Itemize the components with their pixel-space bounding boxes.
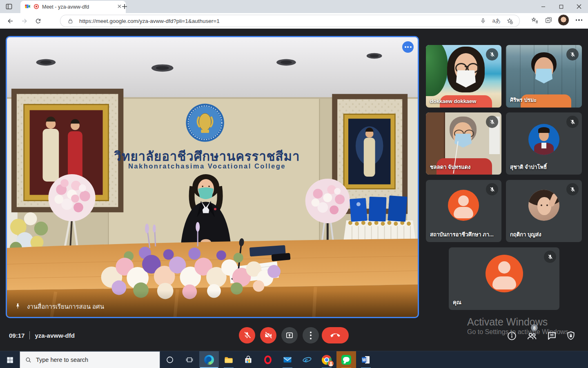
- windows-taskbar: Type here to search e W: [0, 351, 588, 368]
- taskbar-opera-button[interactable]: [258, 351, 278, 368]
- back-button[interactable]: [3, 15, 17, 27]
- mic-off-icon: [486, 116, 498, 128]
- avatar: [448, 190, 479, 221]
- collections-icon[interactable]: [544, 15, 554, 25]
- profile-avatar[interactable]: [558, 14, 569, 26]
- task-view-button[interactable]: [180, 351, 199, 368]
- browser-menu-icon[interactable]: [576, 19, 583, 21]
- taskbar-mail-button[interactable]: [278, 351, 297, 368]
- self-name: คุณ: [453, 298, 461, 307]
- svg-text:W: W: [362, 358, 366, 362]
- browser-tab[interactable]: Meet - yza-avww-dfd: [20, 1, 126, 13]
- avatar: [528, 124, 559, 155]
- taskbar-store-button[interactable]: [238, 351, 258, 368]
- search-placeholder: Type here to search: [36, 357, 88, 363]
- avatar: [486, 255, 523, 292]
- participant-tile[interactable]: ศิริพร ปรมะ: [506, 45, 582, 108]
- participant-tile[interactable]: สถาบันการอาชีวศึกษา ภา...: [426, 180, 501, 242]
- meet-page: วิทยาลัยอาชีวศึกษานครราชสีมา Nakhonratch…: [0, 29, 588, 351]
- present-screen-button[interactable]: [281, 327, 298, 343]
- window-minimize-button[interactable]: [534, 0, 552, 13]
- pinned-caption: งานสื่อการเรียนการสอน อศน: [27, 302, 104, 312]
- chat-button[interactable]: [546, 330, 557, 341]
- browser-tab-strip: Meet - yza-avww-dfd: [0, 0, 588, 13]
- participant-tile[interactable]: สุชาติ จำปาโพธิ์: [506, 112, 582, 175]
- url-text[interactable]: https://meet.google.com/yza-avww-dfd?pli…: [79, 18, 474, 24]
- taskbar-internet-explorer-button[interactable]: e: [297, 351, 317, 368]
- mic-off-icon: [486, 48, 498, 61]
- edge-icon: [204, 355, 214, 365]
- line-icon: [341, 355, 351, 365]
- backdrop-title-english: Nakhonratchasima Vocational College: [64, 162, 350, 170]
- participant-name: ศิริพร ปรมะ: [510, 96, 537, 104]
- participant-name: dokkaew dokkaew: [430, 98, 476, 104]
- participant-name: สถาบันการอาชีวศึกษา ภา...: [430, 230, 494, 239]
- meeting-clock: 09:17: [9, 332, 24, 339]
- chrome-icon: [322, 355, 332, 365]
- taskbar-edge-button[interactable]: [199, 351, 219, 368]
- mic-off-icon: [486, 183, 498, 195]
- mic-off-icon: [566, 183, 579, 195]
- meet-favicon: [24, 3, 31, 11]
- avatar: [528, 190, 559, 221]
- participant-name: ชลลดา จันทรแดง: [430, 163, 470, 171]
- new-tab-button[interactable]: [122, 4, 127, 11]
- participants-button[interactable]: [526, 330, 537, 341]
- svg-text:e: e: [305, 356, 308, 364]
- participant-tile[interactable]: กฤติกา บุญส่ง: [506, 180, 582, 242]
- cortana-button[interactable]: [160, 351, 180, 368]
- refresh-button[interactable]: [31, 15, 45, 27]
- host-controls-button[interactable]: [565, 330, 577, 341]
- internet-explorer-icon: e: [302, 355, 312, 365]
- tab-title: Meet - yza-avww-dfd: [42, 4, 114, 10]
- mic-off-icon: [544, 251, 556, 263]
- video-more-options-button[interactable]: [402, 41, 414, 53]
- microsoft-store-icon: [243, 355, 253, 365]
- tab-actions-icon[interactable]: [5, 2, 13, 12]
- meeting-details-button[interactable]: [506, 330, 517, 341]
- taskbar-chrome-button[interactable]: [317, 351, 336, 368]
- self-video: [449, 247, 559, 310]
- word-icon: W: [361, 355, 371, 365]
- end-call-button[interactable]: [322, 327, 349, 343]
- taskbar-file-explorer-button[interactable]: [219, 351, 238, 368]
- meeting-code: yza-avww-dfd: [35, 332, 75, 339]
- window-close-button[interactable]: [570, 0, 588, 13]
- window-maximize-button[interactable]: [552, 0, 570, 13]
- camera-toggle-button[interactable]: [260, 327, 276, 343]
- voice-search-icon[interactable]: [478, 16, 488, 26]
- college-emblem: [186, 104, 224, 142]
- favorites-icon[interactable]: [530, 15, 540, 25]
- chrome-profile-badge: [328, 361, 334, 366]
- opera-icon: [263, 355, 273, 365]
- participant-count-badge: 8: [531, 324, 538, 331]
- taskbar-search-input[interactable]: Type here to search: [20, 351, 160, 368]
- taskbar-word-button[interactable]: W: [356, 351, 376, 368]
- search-icon: [25, 357, 32, 364]
- taskbar-line-button[interactable]: [336, 351, 356, 368]
- address-bar[interactable]: https://meet.google.com/yza-avww-dfd?pli…: [60, 15, 519, 27]
- divider: [29, 331, 30, 339]
- mic-off-icon: [566, 116, 579, 128]
- participant-name: กฤติกา บุญส่ง: [510, 230, 541, 239]
- add-favorite-icon[interactable]: [505, 16, 514, 26]
- participant-tile[interactable]: dokkaew dokkaew: [426, 45, 501, 108]
- main-video-tile[interactable]: วิทยาลัยอาชีวศึกษานครราชสีมา Nakhonratch…: [6, 36, 419, 318]
- participant-name: สุชาติ จำปาโพธิ์: [510, 163, 547, 171]
- mail-icon: [283, 355, 292, 365]
- recording-indicator-icon: [33, 4, 39, 11]
- self-tile[interactable]: คุณ: [449, 247, 559, 310]
- file-explorer-icon: [224, 355, 234, 365]
- lock-icon: [65, 16, 75, 26]
- browser-toolbar: https://meet.google.com/yza-avww-dfd?pli…: [0, 13, 588, 29]
- meeting-room-scene: [7, 37, 418, 317]
- mic-toggle-button[interactable]: [239, 327, 255, 343]
- more-options-button[interactable]: [303, 327, 319, 343]
- start-button[interactable]: [0, 351, 20, 368]
- translate-icon[interactable]: aあ: [492, 17, 501, 25]
- mic-off-icon: [566, 48, 579, 61]
- tab-close-icon[interactable]: [117, 4, 122, 10]
- forward-button[interactable]: [17, 15, 31, 27]
- participant-tile[interactable]: ชลลดา จันทรแดง: [426, 112, 501, 175]
- pin-icon: [14, 303, 21, 311]
